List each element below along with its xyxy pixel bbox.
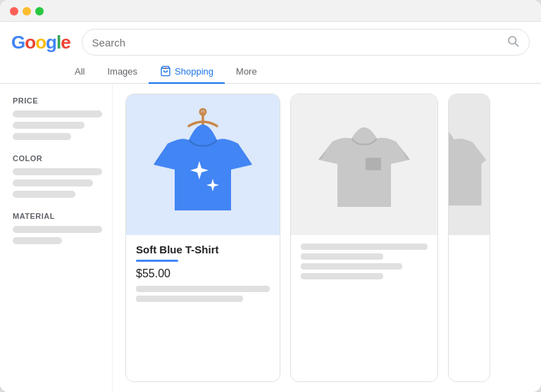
- tab-images[interactable]: Images: [96, 61, 149, 84]
- product-price-1: $55.00: [136, 267, 270, 280]
- title-bar: [0, 0, 541, 22]
- tab-shopping[interactable]: Shopping: [149, 60, 225, 84]
- product-price-line: [136, 260, 178, 262]
- desc-line-1: [136, 286, 270, 292]
- gray-tshirt-svg: [315, 112, 413, 217]
- filter-price-label: PRICE: [13, 96, 102, 105]
- shopping-icon: [160, 65, 171, 77]
- svg-point-3: [165, 68, 167, 70]
- filter-material-label: MATERIAL: [13, 212, 102, 220]
- svg-rect-6: [366, 158, 381, 170]
- google-logo: Google: [11, 32, 70, 53]
- tab-more[interactable]: More: [225, 61, 268, 84]
- desc-line-2-4: [301, 273, 383, 279]
- browser-window: Google blue t-shirt All Images: [0, 0, 541, 392]
- search-bar-row: Google blue t-shirt: [0, 22, 541, 56]
- filter-color-label: COLOR: [13, 154, 102, 163]
- traffic-lights: [10, 7, 44, 15]
- filter-price-line-1: [13, 110, 102, 118]
- desc-line-2-2: [301, 253, 383, 260]
- filter-price-section: PRICE: [13, 96, 102, 140]
- maximize-button[interactable]: [35, 7, 44, 15]
- close-button[interactable]: [10, 7, 18, 15]
- filter-color-line-2: [13, 179, 93, 186]
- filter-price-line-3: [13, 133, 71, 140]
- product-desc-lines-2: [301, 244, 428, 279]
- product-card-1[interactable]: Soft Blue T-Shirt $55.00: [125, 94, 280, 383]
- product-image-3: [449, 94, 490, 235]
- svg-point-0: [509, 37, 516, 44]
- product-desc-lines-1: [136, 286, 270, 302]
- filter-material-line-1: [13, 226, 102, 233]
- desc-line-2-1: [301, 244, 428, 250]
- svg-line-1: [516, 44, 518, 46]
- partial-tshirt-svg: [449, 112, 490, 217]
- search-input[interactable]: blue t-shirt: [92, 37, 501, 49]
- desc-line-2-3: [301, 263, 402, 270]
- filter-price-line-2: [13, 122, 85, 129]
- product-card-2[interactable]: [290, 94, 438, 383]
- nav-tabs: All Images Shopping More: [0, 56, 541, 84]
- search-icon: [506, 34, 519, 50]
- search-input-wrapper[interactable]: blue t-shirt: [82, 29, 530, 56]
- filter-material-section: MATERIAL: [13, 212, 102, 244]
- main-content: PRICE COLOR MATERIAL: [0, 84, 541, 393]
- filter-color-line-1: [13, 168, 102, 175]
- product-image-1: [126, 94, 280, 235]
- sidebar-filters: PRICE COLOR MATERIAL: [0, 84, 113, 393]
- product-card-3[interactable]: [448, 94, 490, 383]
- tab-all[interactable]: All: [63, 61, 96, 84]
- product-name-1: Soft Blue T-Shirt: [136, 244, 270, 255]
- products-area: Soft Blue T-Shirt $55.00: [113, 84, 541, 393]
- blue-tshirt-svg: [147, 105, 259, 225]
- filter-color-line-3: [13, 191, 75, 198]
- desc-line-2: [136, 296, 243, 302]
- filter-color-section: COLOR: [13, 154, 102, 198]
- product-info-2: [291, 235, 437, 289]
- product-info-1: Soft Blue T-Shirt $55.00: [126, 235, 280, 312]
- filter-material-line-2: [13, 237, 62, 244]
- minimize-button[interactable]: [23, 7, 31, 15]
- product-image-2: [291, 94, 437, 235]
- tab-shopping-label: Shopping: [175, 66, 213, 77]
